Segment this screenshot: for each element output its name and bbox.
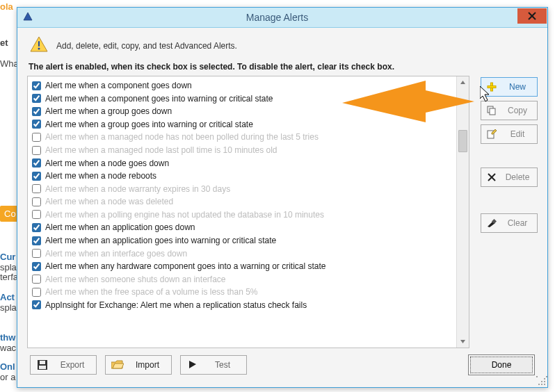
- new-button[interactable]: New: [481, 77, 538, 97]
- delete-button[interactable]: Delete: [481, 168, 538, 187]
- svg-point-28: [541, 384, 542, 385]
- bg-text: terfa: [0, 272, 18, 282]
- alert-checkbox[interactable]: [32, 172, 41, 181]
- export-button[interactable]: Export: [30, 355, 97, 375]
- clear-icon: [485, 218, 498, 229]
- svg-marker-0: [24, 13, 32, 20]
- alert-checkbox[interactable]: [32, 133, 41, 142]
- plus-icon: [485, 81, 498, 92]
- svg-marker-23: [189, 361, 196, 368]
- close-icon: [528, 12, 536, 20]
- export-button-label: Export: [54, 360, 90, 370]
- close-button[interactable]: [517, 8, 547, 24]
- alert-checkbox[interactable]: [32, 300, 41, 309]
- alert-row[interactable]: AppInsight for Exchange: Alert me when a…: [31, 299, 453, 312]
- svg-point-27: [538, 384, 540, 385]
- delete-button-label: Delete: [502, 172, 533, 182]
- svg-rect-11: [490, 108, 495, 115]
- alert-row[interactable]: Alert me when a component goes into warn…: [31, 92, 453, 106]
- svg-point-25: [541, 381, 542, 382]
- alert-row[interactable]: Alert me when any hardware component goe…: [31, 260, 453, 273]
- alert-row[interactable]: Alert me when a node was deleted: [31, 195, 453, 209]
- alert-checkbox[interactable]: [32, 262, 41, 271]
- edit-button[interactable]: Edit: [481, 124, 538, 144]
- scrollbar[interactable]: [456, 76, 469, 348]
- bg-text: wac: [0, 343, 16, 353]
- alert-label: Alert me when the free space of a volume…: [45, 286, 258, 297]
- svg-rect-20: [39, 366, 46, 369]
- alert-checkbox[interactable]: [32, 81, 41, 90]
- alert-row[interactable]: Alert me when a component goes down: [31, 79, 453, 92]
- alert-checkbox[interactable]: [32, 158, 41, 168]
- save-icon: [36, 359, 49, 370]
- bg-text: spla: [0, 262, 17, 272]
- alert-checkbox[interactable]: [32, 184, 41, 193]
- alert-label: Alert me when a component goes down: [45, 80, 192, 91]
- dialog-description: Add, delete, edit, copy, and test Advanc…: [56, 41, 237, 51]
- alert-row[interactable]: Alert me when a managed node has not bee…: [31, 131, 453, 144]
- scroll-up-icon[interactable]: [457, 76, 469, 88]
- alert-label: Alert me when a node goes down: [45, 158, 169, 169]
- dialog-title: Manage Alerts: [37, 12, 517, 23]
- scroll-track[interactable]: [457, 88, 469, 336]
- alert-checkbox[interactable]: [32, 120, 41, 129]
- alert-label: Alert me when a group goes into warning …: [45, 119, 253, 130]
- alert-row[interactable]: Alert me when a polling engine has not u…: [31, 209, 453, 222]
- alert-label: AppInsight for Exchange: Alert me when a…: [45, 300, 307, 311]
- alert-row[interactable]: Alert me when a group goes into warning …: [31, 118, 453, 131]
- alert-row[interactable]: Alert me when a node reboots: [31, 170, 453, 183]
- titlebar[interactable]: Manage Alerts: [17, 8, 547, 28]
- copy-button[interactable]: Copy: [481, 101, 538, 120]
- alert-checkbox[interactable]: [32, 249, 41, 258]
- clear-button-label: Clear: [502, 218, 533, 228]
- copy-icon: [485, 105, 498, 116]
- svg-rect-5: [38, 41, 40, 47]
- alert-row[interactable]: Alert me when an application goes down: [31, 221, 453, 234]
- svg-rect-9: [488, 86, 496, 88]
- alert-checkbox[interactable]: [32, 197, 41, 206]
- resize-grip[interactable]: [536, 376, 546, 386]
- bg-text: spla: [0, 302, 17, 313]
- alert-label: Alert me when a polling engine has not u…: [45, 209, 324, 220]
- done-button[interactable]: Done: [468, 354, 535, 375]
- alert-checkbox[interactable]: [32, 94, 41, 103]
- scroll-thumb[interactable]: [458, 130, 467, 152]
- alert-row[interactable]: Alert me when an application goes into w…: [31, 234, 453, 247]
- alert-row[interactable]: Alert me when someone shuts down an inte…: [31, 272, 453, 286]
- alert-checkbox[interactable]: [32, 146, 41, 155]
- alert-row[interactable]: Alert me when a node goes down: [31, 156, 453, 170]
- clear-button[interactable]: Clear: [481, 213, 538, 233]
- scroll-down-icon[interactable]: [457, 336, 469, 348]
- bg-text: Onl: [0, 361, 15, 372]
- bg-text: Cur: [0, 252, 15, 262]
- import-button-label: Import: [129, 360, 166, 370]
- alert-label: Alert me when a node reboots: [45, 170, 156, 181]
- alert-row[interactable]: Alert me when the free space of a volume…: [31, 286, 453, 299]
- alert-row[interactable]: Alert me when an interface goes down: [31, 247, 453, 260]
- alert-checkbox[interactable]: [32, 223, 41, 232]
- alert-checkbox[interactable]: [32, 275, 41, 284]
- alert-label: Alert me when a group goes down: [45, 106, 172, 117]
- alert-label: Alert me when any hardware component goe…: [45, 261, 326, 272]
- bg-text: thw: [0, 332, 15, 343]
- bg-text: ola: [0, 1, 13, 12]
- alert-checkbox[interactable]: [32, 210, 41, 219]
- alert-row[interactable]: Alert me when a node warranty expires in…: [31, 183, 453, 196]
- alert-label: Alert me when an application goes into w…: [45, 235, 276, 246]
- alert-label: Alert me when an interface goes down: [45, 248, 187, 259]
- alert-row[interactable]: Alert me when a group goes down: [31, 105, 453, 118]
- alert-label: Alert me when a managed node has not bee…: [45, 131, 319, 142]
- svg-marker-7: [460, 340, 465, 343]
- copy-button-label: Copy: [502, 106, 533, 115]
- alert-checkbox[interactable]: [32, 236, 41, 245]
- alert-app-icon: [23, 12, 33, 24]
- alert-row[interactable]: Alert me when a managed node last poll t…: [31, 144, 453, 157]
- alert-label: Alert me when a component goes into warn…: [45, 93, 273, 104]
- test-button[interactable]: Test: [180, 355, 247, 375]
- import-button[interactable]: Import: [105, 355, 172, 375]
- alert-label: Alert me when an application goes down: [45, 222, 195, 233]
- new-button-label: New: [502, 82, 533, 92]
- alert-checkbox[interactable]: [32, 288, 41, 297]
- svg-point-29: [544, 384, 545, 385]
- alert-checkbox[interactable]: [32, 107, 41, 116]
